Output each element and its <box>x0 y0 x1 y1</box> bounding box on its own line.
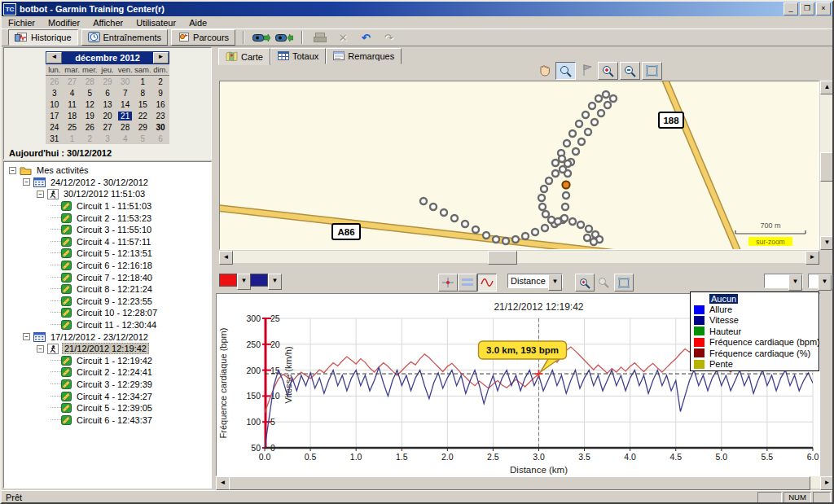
tab-historique[interactable]: Historique <box>8 29 78 46</box>
graph-type-option[interactable]: Hauteur <box>691 326 819 336</box>
calendar-day[interactable]: 4 <box>116 133 134 144</box>
maximize-button[interactable]: ❐ <box>800 2 814 15</box>
calendar-day[interactable]: 1 <box>64 133 81 144</box>
tree-item[interactable]: Circuit 10 - 12:28:07 <box>4 307 211 319</box>
undo-button[interactable]: ↶ <box>356 29 375 46</box>
series2-color-picker[interactable]: ▼ <box>250 274 282 288</box>
calendar-day[interactable]: 24 <box>46 121 64 133</box>
series2-graph-combo[interactable]: ▼ <box>808 274 832 288</box>
calendar-prev-button[interactable]: ◄ <box>46 52 62 64</box>
tree-expander[interactable]: − <box>37 345 44 353</box>
series1-color-picker[interactable]: ▼ <box>219 274 251 288</box>
scroll-left-button[interactable]: ◄ <box>216 476 230 490</box>
zoom-select-button[interactable] <box>555 62 576 80</box>
receive-from-device-button[interactable] <box>274 29 294 46</box>
minimize-button[interactable]: _ <box>784 2 798 15</box>
graph-type-option[interactable]: Fréquence cardiaque (bpm) <box>691 337 819 348</box>
calendar-day[interactable]: 27 <box>64 76 81 88</box>
calendar-day[interactable]: 8 <box>134 87 152 99</box>
calendar-day[interactable]: 26 <box>46 76 64 88</box>
calendar-day[interactable]: 16 <box>151 99 169 110</box>
calendar-day[interactable]: 26 <box>81 121 99 133</box>
dropdown-arrow-icon[interactable]: ▼ <box>788 274 802 291</box>
calendar-day[interactable]: 3 <box>46 87 64 99</box>
tree-item[interactable]: Circuit 3 - 12:29:39 <box>4 379 211 391</box>
tree-item[interactable]: Circuit 7 - 12:18:40 <box>4 271 211 283</box>
tree-expander[interactable]: − <box>9 167 16 174</box>
calendar-day[interactable]: 11 <box>64 99 81 110</box>
map-vertical-scrollbar[interactable]: ▲ ▼ <box>820 81 833 250</box>
tree-item[interactable]: Circuit 6 - 12:16:18 <box>4 260 211 272</box>
send-to-device-button[interactable] <box>252 29 271 46</box>
tab-parcours[interactable]: Parcours <box>171 29 235 46</box>
scroll-thumb[interactable] <box>488 251 517 265</box>
tree-item[interactable]: Circuit 3 - 11:55:10 <box>4 224 211 236</box>
tree-item[interactable]: Circuit 1 - 11:51:03 <box>4 200 211 213</box>
tree-item[interactable]: −Mes activités <box>4 164 211 177</box>
calendar-day[interactable]: 25 <box>64 121 81 133</box>
calendar-day[interactable]: 30 <box>151 121 169 133</box>
tree-item[interactable]: Circuit 8 - 12:21:24 <box>4 283 211 296</box>
scroll-thumb[interactable] <box>229 476 810 490</box>
menu-item-aide[interactable]: Aide <box>182 17 213 28</box>
tab-totaux[interactable]: Totaux <box>270 48 326 64</box>
zoom-in-button[interactable] <box>598 62 618 80</box>
curve-mode-button[interactable] <box>477 274 497 291</box>
calendar-day[interactable]: 30 <box>116 76 134 88</box>
menu-item-modifier[interactable]: Modifier <box>42 17 86 28</box>
calendar-day[interactable]: 21 <box>116 110 134 121</box>
dropdown-arrow-icon[interactable]: ▼ <box>237 274 251 290</box>
map-view[interactable]: A86188700 msur-zoom <box>219 81 819 250</box>
calendar-day[interactable]: 18 <box>64 110 81 121</box>
calendar-day[interactable]: 6 <box>151 133 169 144</box>
calendar-day[interactable]: 27 <box>99 121 116 133</box>
tab-remarques[interactable]: Remarques <box>326 48 402 64</box>
calendar-day[interactable]: 29 <box>134 121 152 133</box>
calendar-day[interactable]: 28 <box>116 121 134 133</box>
tree-item[interactable]: Circuit 1 - 12:19:42 <box>4 355 211 367</box>
calendar-day[interactable]: 1 <box>134 76 152 88</box>
tree-item[interactable]: Circuit 5 - 12:39:05 <box>4 402 211 414</box>
series1-graph-combo[interactable]: ▼ <box>764 274 803 288</box>
map-horizontal-scrollbar[interactable]: ◄ ► <box>219 251 819 263</box>
calendar-day[interactable]: 6 <box>99 87 116 99</box>
scroll-thumb[interactable] <box>820 152 834 182</box>
calendar-day[interactable]: 29 <box>99 76 116 88</box>
pan-hand-button[interactable] <box>535 62 554 78</box>
calendar-day[interactable]: 17 <box>46 110 64 121</box>
close-button[interactable]: × <box>816 2 831 15</box>
graph-type-option[interactable]: Vitesse <box>691 315 819 326</box>
tree-expander[interactable]: − <box>23 178 30 186</box>
calendar-day[interactable]: 4 <box>64 87 81 99</box>
tree-item[interactable]: Circuit 6 - 12:43:37 <box>4 414 211 426</box>
calendar-day[interactable]: 9 <box>151 87 169 99</box>
graph-type-option[interactable]: Allure <box>691 304 819 314</box>
chart-zoom-rect-button[interactable] <box>614 274 634 291</box>
calendar-day[interactable]: 31 <box>46 133 64 144</box>
scroll-left-button[interactable]: ◄ <box>219 251 233 265</box>
tree-item[interactable]: −24/12/2012 - 30/12/2012 <box>4 177 211 189</box>
menu-item-afficher[interactable]: Afficher <box>86 17 129 28</box>
menu-item-utilisateur[interactable]: Utilisateur <box>129 17 182 28</box>
calendar-day[interactable]: 10 <box>46 99 64 110</box>
tree-expander[interactable]: − <box>23 333 30 340</box>
calendar-day[interactable]: 15 <box>134 99 152 110</box>
scroll-down-button[interactable]: ▼ <box>820 236 834 250</box>
tree-item[interactable]: Circuit 4 - 11:57:11 <box>4 236 211 248</box>
tab-carte[interactable]: Carte <box>218 48 270 65</box>
tree-expander[interactable]: − <box>37 191 44 198</box>
dropdown-arrow-icon[interactable]: ▼ <box>268 274 282 290</box>
zoom-out-button[interactable] <box>620 62 640 80</box>
calendar-day[interactable]: 19 <box>81 110 99 121</box>
calendar-day[interactable]: 3 <box>99 133 116 144</box>
tree-item[interactable]: −17/12/2012 - 23/12/2012 <box>4 331 211 343</box>
scroll-up-button[interactable]: ▲ <box>820 81 834 94</box>
bands-mode-button[interactable] <box>458 274 477 291</box>
graph-type-option[interactable]: Aucun <box>691 293 819 304</box>
calendar-day[interactable]: 22 <box>134 110 152 121</box>
calendar-day[interactable]: 5 <box>81 87 99 99</box>
graph-type-option[interactable]: Pente <box>691 358 819 369</box>
dropdown-arrow-icon[interactable]: ▼ <box>818 274 832 291</box>
tree-item[interactable]: Circuit 2 - 11:53:23 <box>4 212 211 224</box>
scroll-right-button[interactable]: ► <box>820 476 834 490</box>
